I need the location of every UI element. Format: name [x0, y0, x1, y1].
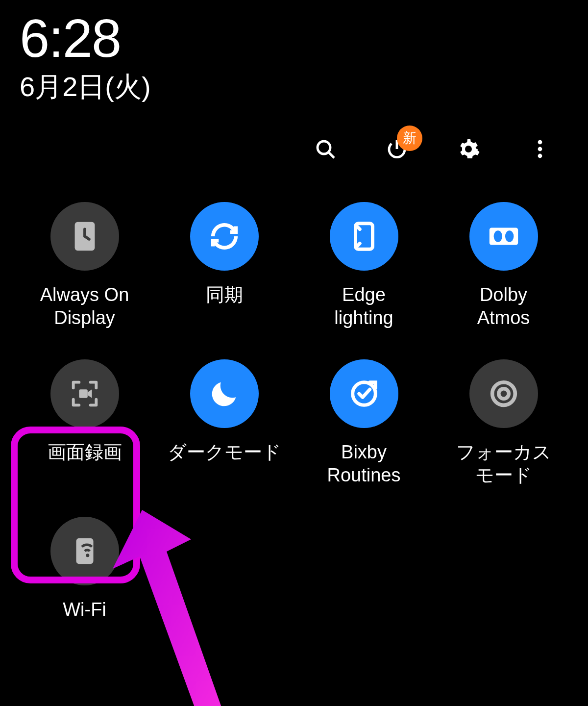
svg-point-3	[538, 147, 542, 151]
svg-point-13	[498, 388, 508, 398]
tile-label: Bixby Routines	[327, 441, 401, 487]
tile-focus-mode[interactable]: フォーカス モード	[434, 359, 573, 487]
sync-icon	[207, 219, 242, 253]
tile-edge-lighting[interactable]: Edge lighting	[294, 202, 434, 330]
tile-sync[interactable]: 同期	[154, 202, 294, 330]
tile-circle	[469, 202, 538, 271]
new-badge: 新	[397, 126, 422, 151]
tile-always-on-display[interactable]: Always On Display	[15, 202, 154, 330]
screen-record-icon	[68, 377, 102, 411]
tile-label: 同期	[206, 283, 243, 307]
status-area: 6:28 6月2日(火)	[0, 0, 588, 106]
moon-icon	[207, 377, 242, 411]
tile-label: フォーカス モード	[456, 441, 551, 487]
more-vertical-icon	[528, 137, 552, 161]
svg-point-0	[318, 141, 330, 154]
bixby-routines-icon	[347, 377, 381, 411]
tile-bixby-routines[interactable]: Bixby Routines	[294, 359, 434, 487]
edge-lighting-icon	[347, 219, 381, 253]
tile-label: Always On Display	[40, 283, 129, 330]
search-button[interactable]	[312, 135, 339, 163]
focus-icon	[487, 377, 521, 411]
tile-label: 画面録画	[48, 441, 122, 464]
tile-label: Wi-Fi	[63, 598, 106, 622]
tile-circle	[50, 202, 119, 271]
wifi-device-icon	[68, 534, 102, 568]
clock-date: 6月2日(火)	[20, 69, 568, 106]
tile-circle	[190, 202, 259, 271]
tile-label: ダークモード	[168, 441, 281, 464]
power-button[interactable]: 新	[383, 135, 411, 163]
more-button[interactable]	[526, 135, 554, 163]
aod-icon	[68, 219, 102, 253]
tile-screen-record[interactable]: 画面録画	[15, 359, 154, 487]
tile-label: Dolby Atmos	[477, 283, 530, 330]
tile-circle	[190, 359, 259, 428]
tile-dolby-atmos[interactable]: Dolby Atmos	[434, 202, 573, 330]
svg-point-8	[493, 230, 502, 242]
dolby-icon	[487, 219, 521, 253]
action-bar: 新	[0, 106, 588, 163]
gear-icon	[457, 137, 480, 161]
tile-circle	[330, 359, 398, 428]
tile-label: Edge lighting	[334, 283, 393, 330]
tile-wifi[interactable]: Wi-Fi	[15, 517, 154, 622]
svg-point-9	[505, 230, 514, 242]
tile-circle	[50, 517, 119, 585]
svg-point-2	[538, 140, 542, 144]
tile-circle	[50, 359, 119, 428]
svg-line-1	[329, 152, 334, 158]
svg-point-12	[492, 382, 515, 405]
clock-time: 6:28	[20, 10, 568, 67]
quick-settings-grid: Always On Display 同期 Edge lighting	[0, 163, 588, 622]
svg-point-4	[538, 153, 542, 158]
svg-point-15	[86, 554, 89, 557]
search-icon	[314, 137, 337, 161]
tile-circle	[330, 202, 398, 271]
tile-dark-mode[interactable]: ダークモード	[154, 359, 294, 487]
settings-button[interactable]	[455, 135, 482, 163]
svg-rect-10	[79, 389, 88, 398]
tile-circle	[469, 359, 538, 428]
